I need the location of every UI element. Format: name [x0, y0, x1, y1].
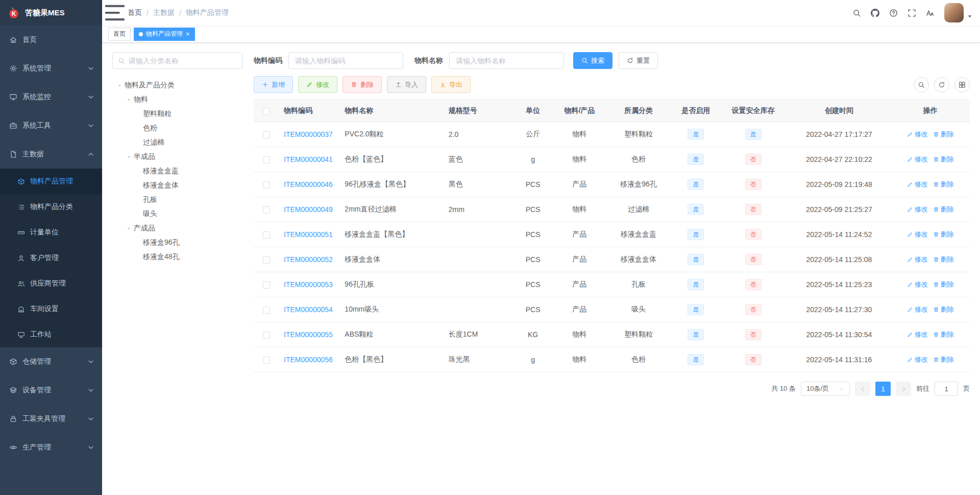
close-tab-icon[interactable]: ×	[186, 31, 190, 37]
navbar-fullscreen-button[interactable]	[902, 0, 921, 26]
tree-node[interactable]: 移液盒48孔	[112, 250, 242, 264]
sidebar-item-workstation[interactable]: 工作站	[0, 322, 102, 347]
sidebar-item-equipment-management[interactable]: 设备管理	[0, 376, 102, 405]
row-edit-button[interactable]: 修改	[907, 155, 928, 164]
tree-node[interactable]: 产成品	[112, 221, 242, 235]
reset-button[interactable]: 重置	[619, 52, 658, 69]
tree-node[interactable]: 移液盒96孔	[112, 235, 242, 250]
sidebar-item-home[interactable]: 首页	[0, 26, 102, 54]
row-edit-button[interactable]: 修改	[907, 230, 928, 239]
tree-node[interactable]: 半成品	[112, 150, 242, 164]
app-logo[interactable]: K 苦糖果MES	[0, 0, 102, 26]
toolbar-search-button[interactable]	[914, 77, 929, 92]
sidebar-item-system-management[interactable]: 系统管理	[0, 54, 102, 83]
caret-down-icon[interactable]	[124, 97, 134, 103]
sidebar-item-material-product-category[interactable]: 物料产品分类	[0, 194, 102, 220]
material-code-link[interactable]: ITEM00000041	[284, 155, 333, 163]
page-size-select[interactable]: 10条/页	[801, 382, 850, 396]
row-edit-button[interactable]: 修改	[907, 280, 928, 289]
sidebar-item-system-tools[interactable]: 系统工具	[0, 111, 102, 140]
tree-node[interactable]: 物料	[112, 92, 242, 107]
sidebar-item-fixture-management[interactable]: 工装夹具管理	[0, 405, 102, 433]
row-delete-button[interactable]: 删除	[933, 155, 954, 164]
prev-page-button[interactable]	[855, 382, 870, 396]
row-checkbox[interactable]	[263, 332, 270, 339]
select-all-checkbox[interactable]	[263, 108, 270, 115]
view-tab-home[interactable]: 首页	[108, 28, 131, 41]
material-code-link[interactable]: ITEM00000053	[284, 280, 333, 289]
row-checkbox[interactable]	[263, 256, 270, 264]
row-checkbox[interactable]	[263, 281, 270, 289]
name-filter-input[interactable]	[449, 52, 564, 69]
row-checkbox[interactable]	[263, 181, 270, 188]
caret-down-icon[interactable]	[124, 226, 134, 231]
import-button[interactable]: 导入	[387, 76, 426, 93]
row-edit-button[interactable]: 修改	[907, 355, 928, 364]
row-edit-button[interactable]: 修改	[907, 305, 928, 314]
row-delete-button[interactable]: 删除	[933, 180, 954, 189]
row-checkbox[interactable]	[263, 357, 270, 364]
tree-node[interactable]: 色粉	[112, 121, 242, 135]
material-code-link[interactable]: ITEM00000052	[284, 255, 333, 264]
sidebar-item-supplier-management[interactable]: 供应商管理	[0, 271, 102, 296]
breadcrumb-item[interactable]: 首页	[128, 8, 142, 17]
tree-node[interactable]: 移液盒盒盖	[112, 164, 242, 178]
row-checkbox[interactable]	[263, 131, 270, 138]
navbar-question-button[interactable]	[884, 0, 902, 26]
navbar-search-button[interactable]	[847, 0, 866, 26]
user-avatar[interactable]	[944, 3, 964, 22]
tree-node[interactable]: 孔板	[112, 193, 242, 207]
row-checkbox[interactable]	[263, 206, 270, 214]
caret-down-icon[interactable]	[114, 83, 125, 88]
caret-down-icon[interactable]	[967, 13, 973, 19]
sidebar-item-material-product-management[interactable]: 物料产品管理	[0, 169, 102, 194]
row-delete-button[interactable]: 删除	[933, 205, 954, 214]
view-tab-material-product[interactable]: 物料产品管理×	[134, 28, 195, 41]
row-edit-button[interactable]: 修改	[907, 180, 928, 189]
material-code-link[interactable]: ITEM00000051	[284, 230, 333, 239]
toolbar-refresh-button[interactable]	[934, 77, 949, 92]
material-code-link[interactable]: ITEM00000055	[284, 331, 333, 339]
row-edit-button[interactable]: 修改	[907, 255, 928, 264]
navbar-github-button[interactable]	[866, 0, 884, 26]
row-delete-button[interactable]: 删除	[933, 230, 954, 239]
next-page-button[interactable]	[896, 382, 911, 396]
sidebar-item-production-management[interactable]: 生产管理	[0, 433, 102, 462]
code-filter-input[interactable]	[288, 52, 403, 69]
toolbar-grid-button[interactable]	[954, 77, 970, 92]
export-button[interactable]: 导出	[431, 76, 471, 93]
page-1-button[interactable]: 1	[875, 382, 891, 396]
material-code-link[interactable]: ITEM00000046	[284, 180, 333, 188]
row-edit-button[interactable]: 修改	[907, 330, 928, 339]
category-search-input[interactable]	[129, 57, 237, 65]
edit-button[interactable]: 修改	[298, 76, 337, 93]
row-delete-button[interactable]: 删除	[933, 255, 954, 264]
row-edit-button[interactable]: 修改	[907, 130, 928, 139]
navbar-font-size-button[interactable]	[921, 0, 939, 26]
tree-node[interactable]: 移液盒盒体	[112, 178, 242, 193]
hamburger-icon[interactable]	[102, 0, 128, 26]
sidebar-item-workshop-settings[interactable]: 车间设置	[0, 296, 102, 322]
row-checkbox[interactable]	[263, 307, 270, 314]
add-button[interactable]: 新增	[254, 76, 293, 93]
sidebar-item-customer-management[interactable]: 客户管理	[0, 245, 102, 271]
row-edit-button[interactable]: 修改	[907, 205, 928, 214]
tree-node[interactable]: 过滤棉	[112, 135, 242, 150]
row-delete-button[interactable]: 删除	[933, 330, 954, 339]
sidebar-item-measure-unit[interactable]: 计量单位	[0, 220, 102, 245]
delete-button[interactable]: 删除	[342, 76, 382, 93]
material-code-link[interactable]: ITEM00000049	[284, 205, 333, 214]
search-button[interactable]: 搜索	[573, 52, 612, 69]
material-code-link[interactable]: ITEM00000056	[284, 356, 333, 364]
sidebar-item-warehouse-management[interactable]: 仓储管理	[0, 347, 102, 376]
tree-node[interactable]: 吸头	[112, 207, 242, 221]
sidebar-item-master-data[interactable]: 主数据	[0, 140, 102, 169]
material-code-link[interactable]: ITEM00000037	[284, 130, 333, 138]
row-delete-button[interactable]: 删除	[933, 130, 954, 139]
tree-node[interactable]: 物料及产品分类	[112, 78, 242, 92]
row-delete-button[interactable]: 删除	[933, 305, 954, 314]
caret-down-icon[interactable]	[124, 154, 134, 160]
row-checkbox[interactable]	[263, 156, 270, 163]
material-code-link[interactable]: ITEM00000054	[284, 305, 333, 314]
row-delete-button[interactable]: 删除	[933, 280, 954, 289]
